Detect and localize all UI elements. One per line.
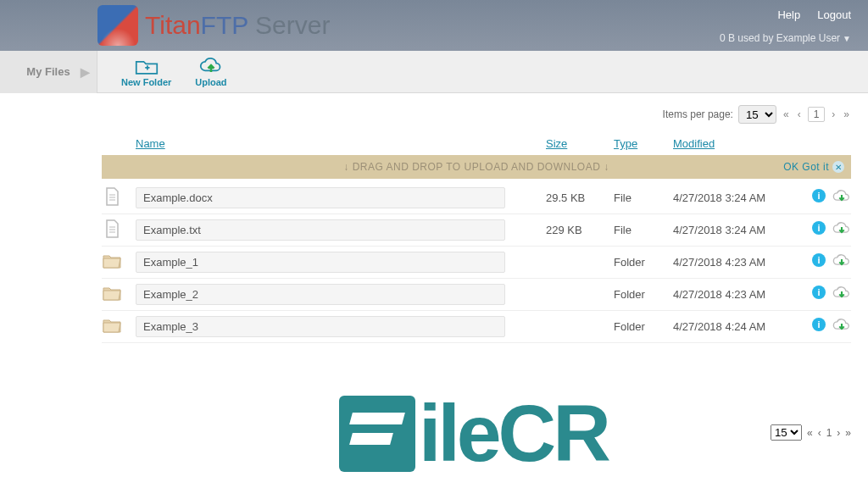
banner-text: ↓ DRAG AND DROP TO UPLOAD AND DOWNLOAD ↓: [343, 161, 609, 173]
file-type: Folder: [614, 256, 673, 269]
pager-next[interactable]: ›: [830, 108, 837, 120]
close-icon: ✕: [832, 161, 844, 173]
file-name-cell[interactable]: Example.txt: [136, 219, 546, 241]
watermark-icon: [339, 396, 415, 472]
app-header: TitanFTP Server Help Logout 0 B used by …: [0, 0, 868, 51]
chevron-down-icon: ▼: [843, 34, 851, 43]
file-name-cell[interactable]: Example_3: [136, 316, 546, 337]
file-name: Example_3: [136, 316, 505, 337]
new-folder-button[interactable]: New Folder: [121, 57, 171, 87]
pager-label: Items per page:: [663, 108, 733, 120]
download-button[interactable]: [832, 253, 851, 271]
pager-next-bottom[interactable]: ›: [837, 427, 840, 439]
info-button[interactable]: i: [812, 221, 826, 235]
watermark-text: ileCR: [419, 387, 608, 480]
upload-button[interactable]: Upload: [195, 57, 226, 87]
info-button[interactable]: i: [812, 189, 826, 202]
watermark: ileCR: [339, 387, 608, 480]
drag-drop-banner: ↓ DRAG AND DROP TO UPLOAD AND DOWNLOAD ↓…: [102, 155, 851, 179]
dismiss-banner-button[interactable]: OK Got it ✕: [783, 161, 844, 173]
logout-link[interactable]: Logout: [817, 8, 851, 21]
info-button[interactable]: i: [812, 253, 826, 267]
brand-logo: TitanFTP Server: [97, 5, 330, 46]
info-button[interactable]: i: [812, 286, 826, 299]
file-icon: [102, 186, 136, 209]
col-name[interactable]: Name: [136, 137, 546, 150]
logo-icon: [97, 5, 138, 46]
pager-last[interactable]: »: [842, 108, 851, 120]
table-row: Example_2Folder4/27/2018 4:23 AMi: [102, 279, 851, 311]
file-table: Name Size Type Modified ↓ DRAG AND DROP …: [102, 132, 851, 343]
file-name: Example_1: [136, 252, 505, 273]
download-button[interactable]: [832, 221, 851, 239]
file-name-cell[interactable]: Example_2: [136, 284, 546, 305]
new-folder-label: New Folder: [121, 77, 171, 87]
toolbar: My Files ▶ New Folder Upload: [0, 51, 868, 93]
file-name: Example.docx: [136, 187, 505, 208]
download-button[interactable]: [832, 318, 851, 336]
file-name-cell[interactable]: Example.docx: [136, 187, 546, 208]
pager-current-bottom: 1: [826, 427, 832, 439]
pager-prev[interactable]: ‹: [796, 108, 803, 120]
file-modified: 4/27/2018 4:23 AM: [673, 256, 792, 269]
folder-icon: [102, 315, 136, 338]
username: Example User: [776, 32, 840, 44]
usage-text: 0 B used by: [720, 32, 776, 44]
folder-icon: [102, 251, 136, 274]
items-per-page-select-bottom[interactable]: 15: [771, 424, 802, 441]
table-row: Example.txt229 KBFile4/27/2018 3:24 AMi: [102, 214, 851, 247]
file-type: File: [614, 191, 673, 204]
pager-last-bottom[interactable]: »: [845, 427, 851, 439]
file-name: Example.txt: [136, 219, 505, 241]
file-name: Example_2: [136, 284, 505, 305]
pager-first-bottom[interactable]: «: [807, 427, 813, 439]
usage-indicator[interactable]: 0 B used by Example User▼: [720, 32, 851, 44]
pager-first[interactable]: «: [782, 108, 791, 120]
file-type: File: [614, 224, 673, 236]
file-size: 29.5 KB: [546, 191, 614, 204]
file-type: Folder: [614, 320, 673, 333]
cloud-upload-icon: [199, 57, 223, 75]
pager-current: 1: [808, 107, 826, 122]
download-button[interactable]: [832, 286, 851, 303]
info-button[interactable]: i: [812, 318, 826, 331]
table-row: Example_3Folder4/27/2018 4:24 AMi: [102, 311, 851, 343]
file-modified: 4/27/2018 3:24 AM: [673, 224, 792, 236]
top-nav: Help Logout: [777, 8, 851, 21]
table-row: Example_1Folder4/27/2018 4:23 AMi: [102, 247, 851, 279]
items-per-page-select[interactable]: 15: [738, 105, 776, 124]
sidebar-label: My Files: [26, 65, 70, 78]
pager-top: Items per page: 15 « ‹ 1 › »: [102, 93, 851, 132]
brand-text: TitanFTP Server: [145, 11, 330, 40]
file-size: 229 KB: [546, 224, 614, 236]
chevron-right-icon: ▶: [81, 65, 90, 79]
pager-prev-bottom[interactable]: ‹: [818, 427, 821, 439]
content-area: Items per page: 15 « ‹ 1 › » Name Size T…: [0, 93, 868, 343]
col-type[interactable]: Type: [614, 137, 673, 150]
file-icon: [102, 219, 136, 241]
ok-got-it-label: OK Got it: [783, 161, 829, 173]
file-name-cell[interactable]: Example_1: [136, 252, 546, 273]
folder-icon: [102, 283, 136, 306]
col-modified[interactable]: Modified: [673, 137, 792, 150]
file-modified: 4/27/2018 3:24 AM: [673, 191, 792, 204]
file-modified: 4/27/2018 4:24 AM: [673, 320, 792, 333]
file-modified: 4/27/2018 4:23 AM: [673, 288, 792, 301]
upload-label: Upload: [195, 77, 226, 87]
col-size[interactable]: Size: [546, 137, 614, 150]
help-link[interactable]: Help: [777, 8, 800, 21]
download-button[interactable]: [832, 189, 851, 207]
file-type: Folder: [614, 288, 673, 301]
pager-bottom: 15 « ‹ 1 › »: [771, 424, 851, 441]
table-row: Example.docx29.5 KBFile4/27/2018 3:24 AM…: [102, 182, 851, 214]
sidebar-tab-myfiles[interactable]: My Files ▶: [0, 51, 97, 93]
folder-plus-icon: [135, 57, 159, 75]
table-header: Name Size Type Modified: [102, 132, 851, 155]
